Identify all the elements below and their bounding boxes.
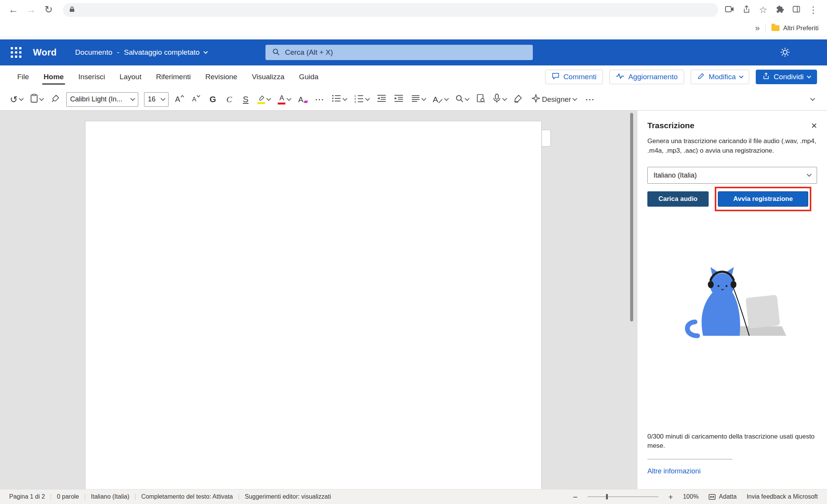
- comment-bubble-icon: [552, 72, 560, 82]
- decrease-indent-button[interactable]: [374, 92, 389, 107]
- status-bar-left: Pagina 1 di 2 0 parole Italiano (Italia)…: [9, 493, 337, 500]
- vertical-scrollbar[interactable]: [630, 113, 633, 321]
- language-select[interactable]: Italiano (Italia): [647, 167, 817, 184]
- share-icon[interactable]: [743, 5, 750, 15]
- paste-button[interactable]: [28, 92, 46, 107]
- video-call-icon[interactable]: [725, 6, 734, 14]
- zoom-level[interactable]: 100%: [683, 493, 699, 500]
- format-painter-button[interactable]: [48, 92, 62, 107]
- comments-button[interactable]: Commenti: [545, 70, 603, 84]
- find-button[interactable]: [453, 92, 471, 107]
- back-icon[interactable]: ←: [6, 3, 21, 17]
- settings-gear-icon[interactable]: [780, 47, 790, 59]
- panel-title: Trascrizione: [647, 121, 694, 130]
- zoom-out-icon[interactable]: −: [573, 493, 577, 501]
- chevron-down-icon: [19, 96, 24, 101]
- editor-suggestions-status[interactable]: Suggerimenti editor: visualizzati: [239, 493, 337, 500]
- address-bar[interactable]: [63, 3, 718, 17]
- undo-button[interactable]: ↺: [8, 92, 25, 107]
- zoom-handle[interactable]: [606, 494, 608, 499]
- editor-button[interactable]: [511, 92, 525, 107]
- more-toolbar-button[interactable]: ⋯: [583, 92, 597, 107]
- tab-visualizza[interactable]: Visualizza: [244, 68, 291, 86]
- browser-menu-icon[interactable]: ⋮: [809, 5, 818, 15]
- clear-formatting-icon: A: [298, 96, 303, 103]
- extensions-puzzle-icon[interactable]: [776, 5, 784, 15]
- chevron-down-icon: [807, 172, 812, 177]
- status-bar: Pagina 1 di 2 0 parole Italiano (Italia)…: [0, 489, 827, 504]
- panel-description: Genera una trascrizione caricando il fil…: [647, 137, 817, 155]
- word-app-name[interactable]: Word: [33, 47, 57, 58]
- alignment-button[interactable]: [409, 92, 428, 107]
- tab-guida[interactable]: Guida: [292, 68, 326, 86]
- status-language[interactable]: Italiano (Italia): [85, 493, 135, 500]
- more-info-link[interactable]: Altre informazioni: [647, 467, 701, 475]
- ribbon-options-button[interactable]: [806, 92, 819, 107]
- document-title-group[interactable]: Documento - Salvataggio completato: [75, 48, 207, 57]
- underline-button[interactable]: S: [239, 92, 252, 107]
- font-name-select[interactable]: Calibri Light (In...: [66, 92, 138, 107]
- tab-file[interactable]: File: [10, 68, 36, 86]
- immersive-reader-button[interactable]: [474, 92, 488, 107]
- dictate-button[interactable]: [490, 92, 509, 107]
- title-chevron-icon[interactable]: [203, 49, 208, 54]
- shrink-font-button[interactable]: A: [189, 92, 203, 107]
- text-completion-status[interactable]: Completamento del testo: Attivata: [136, 493, 239, 500]
- text-highlight-button[interactable]: [255, 92, 273, 107]
- tab-inserisci[interactable]: Inserisci: [71, 68, 112, 86]
- mode-button[interactable]: Modifica: [691, 70, 749, 84]
- grow-font-button[interactable]: A: [173, 92, 187, 107]
- font-name-value: Calibri Light (In...: [70, 95, 122, 103]
- clear-formatting-button[interactable]: A: [296, 92, 310, 107]
- eraser-icon: [304, 101, 308, 103]
- header-search[interactable]: [265, 45, 533, 60]
- app-launcher-waffle-icon[interactable]: [11, 47, 21, 58]
- numbered-list-button[interactable]: 123: [352, 92, 372, 107]
- font-size-select[interactable]: 16: [144, 92, 169, 107]
- page-side-marker[interactable]: [542, 130, 551, 147]
- forward-icon[interactable]: →: [24, 3, 38, 17]
- side-panel-icon[interactable]: [793, 5, 800, 15]
- usage-progress-bar: [647, 459, 732, 460]
- document-name[interactable]: Documento: [75, 48, 112, 57]
- zoom-slider[interactable]: [588, 494, 658, 500]
- tab-riferimenti[interactable]: Riferimenti: [149, 68, 198, 86]
- language-value: Italiano (Italia): [653, 171, 697, 179]
- bullet-list-button[interactable]: [329, 92, 349, 107]
- italic-icon: C: [226, 95, 232, 104]
- increase-indent-button[interactable]: [391, 92, 406, 107]
- lock-icon[interactable]: [69, 6, 75, 14]
- fit-to-page-button[interactable]: Adatta: [709, 493, 737, 500]
- bookmarks-overflow-chevrons[interactable]: »: [755, 23, 760, 33]
- bold-button[interactable]: G: [206, 92, 219, 107]
- document-page[interactable]: [85, 121, 542, 489]
- svg-text:3: 3: [354, 100, 356, 103]
- sparkle-icon: [532, 94, 540, 104]
- feedback-link[interactable]: Invia feedback a Microsoft: [747, 493, 818, 500]
- upload-audio-button[interactable]: Carica audio: [647, 191, 709, 207]
- share-button[interactable]: Condividi: [756, 70, 817, 84]
- chevron-down-icon: [810, 96, 815, 101]
- search-input[interactable]: [285, 48, 526, 57]
- designer-button[interactable]: Designer: [528, 92, 580, 107]
- document-canvas: [0, 111, 637, 489]
- reload-icon[interactable]: ↻: [41, 3, 56, 17]
- word-count[interactable]: 0 parole: [51, 493, 85, 500]
- tab-home[interactable]: Home: [36, 68, 71, 86]
- tab-layout[interactable]: Layout: [112, 68, 149, 86]
- italic-button[interactable]: C: [222, 92, 236, 107]
- more-formatting-button[interactable]: ⋯: [313, 92, 326, 107]
- zoom-in-icon[interactable]: +: [668, 493, 673, 501]
- font-color-button[interactable]: A: [275, 92, 293, 107]
- bookmark-star-icon[interactable]: ☆: [759, 5, 767, 15]
- page-count[interactable]: Pagina 1 di 2: [9, 493, 51, 500]
- tab-revisione[interactable]: Revisione: [198, 68, 244, 86]
- styles-button[interactable]: A: [431, 92, 450, 107]
- start-recording-button[interactable]: Avvia registrazione: [718, 191, 808, 207]
- bookmarks-folder[interactable]: Altri Preferiti: [771, 24, 819, 32]
- save-status[interactable]: Salvataggio completato: [124, 48, 200, 57]
- designer-label: Designer: [542, 95, 571, 104]
- catchup-button[interactable]: Aggiornamento: [609, 70, 684, 84]
- fit-icon: [709, 494, 716, 500]
- close-icon[interactable]: ×: [811, 121, 817, 130]
